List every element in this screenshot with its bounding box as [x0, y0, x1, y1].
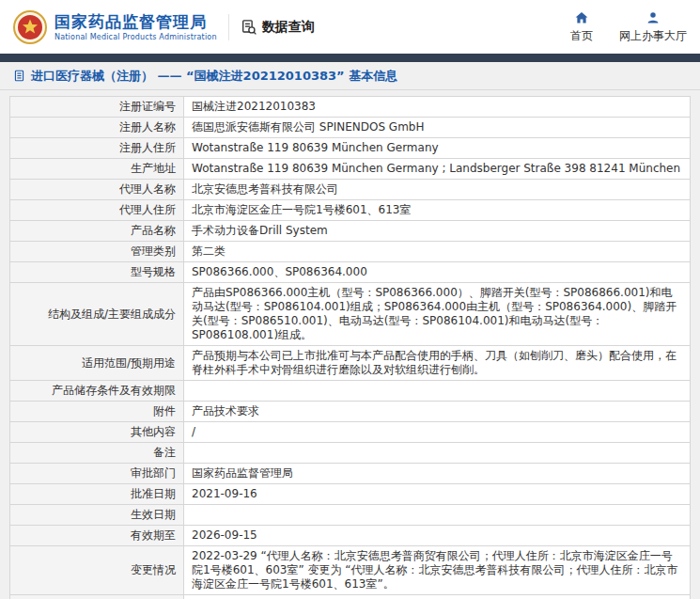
nav-home-label: 首页 [570, 28, 593, 44]
document-icon [13, 70, 25, 82]
row-value: 手术动力设备Drill System [184, 221, 691, 242]
top-nav: 首页 网上办事大厅 [570, 10, 687, 44]
row-value [184, 443, 691, 464]
row-value: 第二类 [184, 242, 691, 262]
table-row: 管理类别 第二类 [10, 242, 691, 262]
table-row: 备注 [10, 443, 691, 464]
brand-text: 国家药品监督管理局 National Medical Products Admi… [54, 12, 217, 41]
registration-info-table: 注册证编号 国械注进20212010383 注册人名称 德国思派安德斯有限公司 … [9, 96, 691, 599]
row-label: 产品储存条件及有效期限 [10, 381, 184, 402]
row-value [184, 505, 691, 526]
row-label: 适用范围/预期用途 [10, 346, 184, 381]
nav-service-hall-label: 网上办事大厅 [619, 28, 687, 44]
row-label: 批准日期 [10, 484, 184, 505]
row-value: / [184, 422, 691, 443]
row-label: 备注 [10, 443, 184, 464]
row-value: 2026-09-15 [184, 526, 691, 546]
row-label: 代理人名称 [10, 180, 184, 200]
table-row: 有效期至 2026-09-15 [10, 526, 691, 546]
data-query-link[interactable]: 数据查询 [241, 19, 315, 36]
nav-home[interactable]: 首页 [570, 10, 593, 44]
org-name-en: National Medical Products Administration [54, 33, 217, 41]
data-query-label: 数据查询 [262, 19, 315, 36]
table-row: 注册人名称 德国思派安德斯有限公司 SPINENDOS GmbH [10, 118, 691, 138]
note-row-value-cell: 详情 [184, 595, 691, 599]
nav-service-hall[interactable]: 网上办事大厅 [619, 10, 687, 44]
row-value: 产品预期与本公司已上市批准可与本产品配合使用的手柄、刀具（如刨削刀、磨头）配合使… [184, 346, 691, 381]
table-row: 代理人住所 北京市海淀区金庄一号院1号楼601、613室 [10, 200, 691, 221]
top-header: 国家药品监督管理局 National Medical Products Admi… [0, 0, 700, 54]
table-row: 注册证编号 国械注进20212010383 [10, 97, 691, 118]
brand-block: 国家药品监督管理局 National Medical Products Admi… [13, 10, 217, 44]
table-row: 型号规格 SP086366.000、SP086364.000 [10, 262, 691, 283]
table-row: 附件 产品技术要求 [10, 402, 691, 422]
row-value: 德国思派安德斯有限公司 SPINENDOS GmbH [184, 118, 691, 138]
row-value: 国械注进20212010383 [184, 97, 691, 118]
info-table-wrap: 注册证编号 国械注进20212010383 注册人名称 德国思派安德斯有限公司 … [0, 90, 700, 599]
row-value: 北京安德思考普科技有限公司 [184, 180, 691, 200]
row-label: 审批部门 [10, 464, 184, 484]
navy-divider-bar [0, 54, 700, 62]
note-row: 注 详情 [10, 595, 691, 599]
row-label: 产品名称 [10, 221, 184, 242]
table-row: 变更情况 2022-03-29 “代理人名称：北京安德思考普商贸有限公司；代理人… [10, 546, 691, 595]
table-row: 产品名称 手术动力设备Drill System [10, 221, 691, 242]
note-row-label-cell: 注 [10, 595, 184, 599]
table-row: 批准日期 2021-09-16 [10, 484, 691, 505]
org-name-cn: 国家药品监督管理局 [54, 12, 217, 31]
table-row: 生产地址 Wotanstraße 119 80639 München Germa… [10, 159, 691, 180]
table-row: 注册人住所 Wotanstraße 119 80639 München Germ… [10, 138, 691, 159]
row-label: 结构及组成/主要组成成分 [10, 283, 184, 346]
table-row: 产品储存条件及有效期限 [10, 381, 691, 402]
table-row: 代理人名称 北京安德思考普科技有限公司 [10, 180, 691, 200]
row-value: Wotanstraße 119 80639 München Germany [184, 138, 691, 159]
row-label: 其他内容 [10, 422, 184, 443]
row-label: 代理人住所 [10, 200, 184, 221]
row-value: 2021-09-16 [184, 484, 691, 505]
row-label: 生效日期 [10, 505, 184, 526]
header-divider [228, 14, 229, 40]
row-value: 产品技术要求 [184, 402, 691, 422]
row-label: 变更情况 [10, 546, 184, 595]
table-row: 结构及组成/主要组成成分 产品由SP086366.000主机（型号：SP0863… [10, 283, 691, 346]
national-emblem-logo [13, 10, 47, 44]
row-value: SP086366.000、SP086364.000 [184, 262, 691, 283]
main-content: 进口医疗器械（注册） —— “国械注进20212010383” 基本信息 注册证… [0, 62, 700, 599]
data-query-icon [241, 19, 257, 36]
user-icon [646, 10, 661, 25]
row-label: 附件 [10, 402, 184, 422]
row-label: 型号规格 [10, 262, 184, 283]
row-label: 注册证编号 [10, 97, 184, 118]
row-value: 2022-03-29 “代理人名称：北京安德思考普商贸有限公司；代理人住所：北京… [184, 546, 691, 595]
row-label: 注册人名称 [10, 118, 184, 138]
row-value: 北京市海淀区金庄一号院1号楼601、613室 [184, 200, 691, 221]
page: 国家药品监督管理局 National Medical Products Admi… [0, 0, 700, 599]
row-value: 产品由SP086366.000主机（型号：SP086366.000）、脚踏开关(… [184, 283, 691, 346]
row-value: Wotanstraße 119 80639 München Germany ; … [184, 159, 691, 180]
page-title-row: 进口医疗器械（注册） —— “国械注进20212010383” 基本信息 [0, 62, 700, 90]
home-icon [574, 10, 589, 25]
row-value [184, 381, 691, 402]
row-label: 有效期至 [10, 526, 184, 546]
row-label: 生产地址 [10, 159, 184, 180]
table-row: 适用范围/预期用途 产品预期与本公司已上市批准可与本产品配合使用的手柄、刀具（如… [10, 346, 691, 381]
row-value: 国家药品监督管理局 [184, 464, 691, 484]
table-row: 其他内容 / [10, 422, 691, 443]
row-label: 注册人住所 [10, 138, 184, 159]
page-title: 进口医疗器械（注册） —— “国械注进20212010383” 基本信息 [31, 68, 397, 85]
table-row: 生效日期 [10, 505, 691, 526]
row-label: 管理类别 [10, 242, 184, 262]
table-row: 审批部门 国家药品监督管理局 [10, 464, 691, 484]
